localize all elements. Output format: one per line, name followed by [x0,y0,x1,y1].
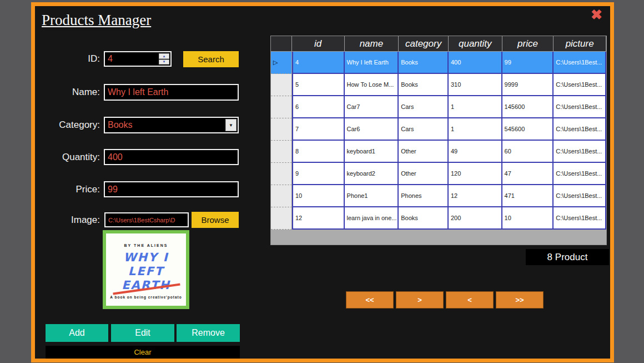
grid-cell[interactable]: 60 [502,141,554,163]
grid-cell[interactable]: 9 [292,163,345,185]
grid-cell[interactable]: Other [399,141,449,163]
grid-cell[interactable]: 400 [449,52,502,74]
id-value: 4 [108,54,113,64]
grid-cell[interactable]: Cars [399,96,449,118]
grid-cell[interactable]: Phone1 [345,185,399,207]
grid-cell[interactable]: 49 [449,141,502,163]
grid-header-quantity[interactable]: quantity [449,36,502,52]
products-grid: idnamecategoryquantitypricepicture ▷4Why… [270,36,607,245]
grid-cell[interactable]: C:\Users\1Best... [554,52,606,74]
nav-next-button[interactable]: > [396,291,444,309]
grid-cell[interactable]: 1 [449,96,502,118]
search-button[interactable]: Search [183,51,239,67]
table-row[interactable]: 8keyboard1Other4960C:\Users\1Best... [271,141,606,163]
grid-cell[interactable]: How To Lose M... [345,74,399,96]
row-selector[interactable] [271,141,292,163]
id-field[interactable]: 4 ▲ ▼ [104,51,172,67]
nav-previous-button[interactable]: < [446,291,494,309]
grid-cell[interactable]: keyboard2 [345,163,399,185]
row-selector[interactable] [271,163,292,185]
grid-header-picture[interactable]: picture [554,36,606,52]
spinner-down-icon[interactable]: ▼ [159,59,169,65]
grid-cell[interactable]: Why I left Earth [345,52,399,74]
grid-cell[interactable]: learn java in one... [345,207,399,230]
grid-cell[interactable]: 200 [449,207,502,230]
chevron-down-icon[interactable]: ▼ [225,119,237,131]
category-label: Category: [38,117,100,133]
browse-button[interactable]: Browse [192,212,239,228]
row-selector[interactable] [271,118,292,141]
grid-cell[interactable]: C:\Users\1Best... [554,96,606,118]
category-dropdown[interactable]: Books ▼ [104,117,239,133]
image-path-field[interactable]: C:\Users\1BestCsharp\D [104,212,189,227]
grid-cell[interactable]: C:\Users\1Best... [554,185,606,207]
grid-header-id[interactable]: id [292,36,345,52]
row-selector[interactable] [271,207,292,230]
row-selector[interactable] [271,185,292,207]
grid-header-name[interactable]: name [345,36,399,52]
grid-cell[interactable]: Books [399,207,449,230]
edit-button[interactable]: Edit [111,324,174,342]
clear-button[interactable]: Clear [46,346,240,359]
table-row[interactable]: 5How To Lose M...Books3109999C:\Users\1B… [271,74,606,96]
table-row[interactable]: 7Car6Cars1545600C:\Users\1Best... [271,118,606,141]
grid-cell[interactable]: Books [399,52,449,74]
grid-cell[interactable]: 7 [292,118,345,141]
grid-cell[interactable]: 545600 [502,118,554,141]
table-row[interactable]: 9keyboard2Other12047C:\Users\1Best... [271,163,606,185]
grid-header-category[interactable]: category [399,36,449,52]
add-button[interactable]: Add [46,324,108,342]
close-icon[interactable]: ✖ [591,7,602,22]
product-image-preview: BY THE ALIENS WHY I LEFT EARTH A book on… [103,230,189,309]
grid-cell[interactable]: 10 [292,185,345,207]
grid-cell[interactable]: Cars [399,118,449,141]
grid-cell[interactable]: C:\Users\1Best... [554,74,606,96]
grid-cell[interactable]: Books [399,74,449,96]
grid-cell[interactable]: keyboard1 [345,141,399,163]
grid-cell[interactable]: 8 [292,141,345,163]
grid-cell[interactable]: C:\Users\1Best... [554,141,606,163]
row-selector[interactable] [271,74,292,96]
name-field[interactable]: Why I left Earth [104,84,239,101]
app-window: Products Manager ✖ ID: 4 ▲ ▼ Search Name… [31,2,614,362]
table-row[interactable]: 12learn java in one...Books20010C:\Users… [271,207,606,230]
grid-cell[interactable]: 6 [292,96,345,118]
table-row[interactable]: 6Car7Cars1145600C:\Users\1Best... [271,96,606,118]
grid-cell[interactable]: 5 [292,74,345,96]
grid-cell[interactable]: 1 [449,118,502,141]
grid-cell[interactable]: 47 [502,163,554,185]
grid-cell[interactable]: 145600 [502,96,554,118]
grid-cell[interactable]: C:\Users\1Best... [554,207,606,230]
grid-cell[interactable]: 471 [502,185,554,207]
remove-button[interactable]: Remove [177,324,240,342]
grid-cell[interactable]: Car6 [345,118,399,141]
grid-cell[interactable]: Phones [399,185,449,207]
grid-cell[interactable]: 12 [292,207,345,230]
image-label: Image: [38,212,100,227]
nav-last-button[interactable]: >> [496,291,544,309]
table-row[interactable]: ▷4Why I left EarthBooks40099C:\Users\1Be… [271,52,606,74]
grid-cell[interactable]: 4 [292,52,345,74]
grid-cell[interactable]: 10 [502,207,554,230]
grid-cell[interactable]: Car7 [345,96,399,118]
grid-cell[interactable]: 99 [502,52,554,74]
grid-cell[interactable]: 9999 [502,74,554,96]
category-value: Books [108,120,132,130]
grid-cell[interactable]: C:\Users\1Best... [554,163,606,185]
grid-cell[interactable]: 120 [449,163,502,185]
quantity-field[interactable]: 400 [104,149,239,165]
nav-first-button[interactable]: << [346,291,394,309]
table-row[interactable]: 10Phone1Phones12471C:\Users\1Best... [271,185,606,207]
grid-header-row: idnamecategoryquantitypricepicture [271,36,606,52]
price-field[interactable]: 99 [104,181,239,197]
grid-cell[interactable]: 310 [449,74,502,96]
name-label: Name: [38,84,100,101]
grid-cell[interactable]: C:\Users\1Best... [554,118,606,141]
row-selector[interactable] [271,96,292,118]
grid-header-price[interactable]: price [502,36,554,52]
current-row-selector-icon[interactable]: ▷ [271,52,292,74]
spinner-up-icon[interactable]: ▲ [159,53,169,59]
grid-cell[interactable]: 12 [449,185,502,207]
grid-cell[interactable]: Other [399,163,449,185]
name-value: Why I left Earth [108,87,168,97]
